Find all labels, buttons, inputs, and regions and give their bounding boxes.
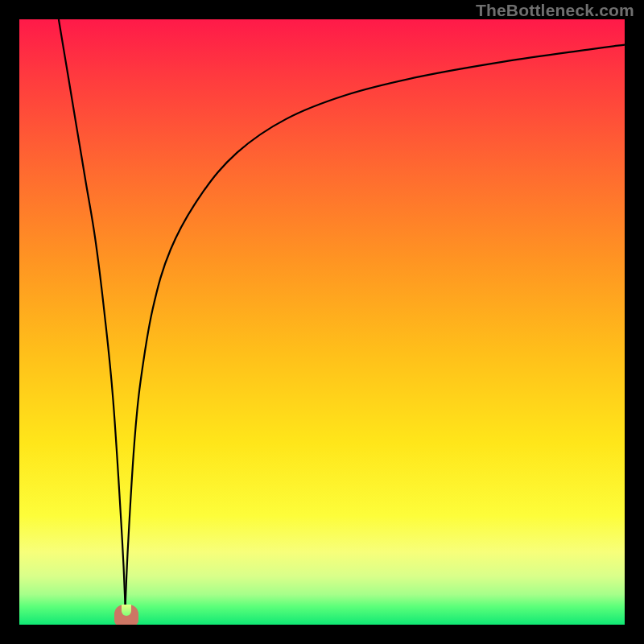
chart-frame: TheBottleneck.com [0, 0, 644, 644]
curve-right-branch [126, 45, 625, 607]
plot-area [19, 19, 625, 625]
minimum-marker [114, 605, 138, 625]
curve-left-branch [59, 19, 126, 606]
watermark-text: TheBottleneck.com [476, 1, 634, 20]
bottleneck-curve [19, 19, 625, 625]
